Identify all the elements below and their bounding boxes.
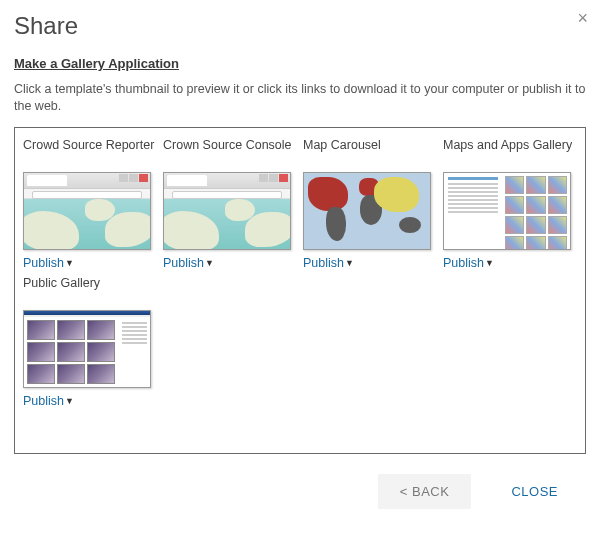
dialog-footer: < BACK CLOSE bbox=[14, 474, 586, 509]
back-button[interactable]: < BACK bbox=[378, 474, 472, 509]
publish-label: Publish bbox=[23, 394, 64, 408]
share-dialog: × Share Make a Gallery Application Click… bbox=[0, 0, 600, 542]
chevron-down-icon: ▼ bbox=[65, 258, 74, 268]
publish-label: Publish bbox=[303, 256, 344, 270]
template-grid: Crowd Source Reporter Publish ▼ Crown So… bbox=[23, 138, 577, 408]
chevron-down-icon: ▼ bbox=[345, 258, 354, 268]
make-gallery-heading[interactable]: Make a Gallery Application bbox=[14, 56, 179, 71]
template-thumbnail[interactable] bbox=[23, 310, 151, 388]
dialog-title: Share bbox=[14, 12, 586, 40]
template-item: Public Gallery bbox=[23, 276, 155, 408]
template-thumbnail[interactable] bbox=[303, 172, 431, 250]
publish-label: Publish bbox=[163, 256, 204, 270]
publish-dropdown[interactable]: Publish ▼ bbox=[163, 256, 295, 270]
template-name: Crowd Source Reporter bbox=[23, 138, 155, 170]
publish-dropdown[interactable]: Publish ▼ bbox=[23, 256, 155, 270]
template-item: Crown Source Console Publish ▼ bbox=[163, 138, 295, 270]
publish-dropdown[interactable]: Publish ▼ bbox=[443, 256, 575, 270]
instructions-text: Click a template's thumbnail to preview … bbox=[14, 81, 586, 115]
template-name: Maps and Apps Gallery bbox=[443, 138, 575, 170]
publish-dropdown[interactable]: Publish ▼ bbox=[303, 256, 435, 270]
template-thumbnail[interactable] bbox=[443, 172, 571, 250]
template-thumbnail[interactable] bbox=[163, 172, 291, 250]
publish-label: Publish bbox=[23, 256, 64, 270]
template-name: Map Carousel bbox=[303, 138, 435, 170]
template-item: Crowd Source Reporter Publish ▼ bbox=[23, 138, 155, 270]
template-item: Map Carousel Publish ▼ bbox=[303, 138, 435, 270]
chevron-down-icon: ▼ bbox=[485, 258, 494, 268]
template-name: Public Gallery bbox=[23, 276, 155, 308]
chevron-down-icon: ▼ bbox=[65, 396, 74, 406]
template-name: Crown Source Console bbox=[163, 138, 295, 170]
template-gallery: Crowd Source Reporter Publish ▼ Crown So… bbox=[14, 127, 586, 454]
publish-dropdown[interactable]: Publish ▼ bbox=[23, 394, 155, 408]
publish-label: Publish bbox=[443, 256, 484, 270]
template-item: Maps and Apps Gallery bbox=[443, 138, 575, 270]
close-icon[interactable]: × bbox=[577, 8, 588, 29]
chevron-down-icon: ▼ bbox=[205, 258, 214, 268]
template-thumbnail[interactable] bbox=[23, 172, 151, 250]
close-button[interactable]: CLOSE bbox=[489, 474, 580, 509]
